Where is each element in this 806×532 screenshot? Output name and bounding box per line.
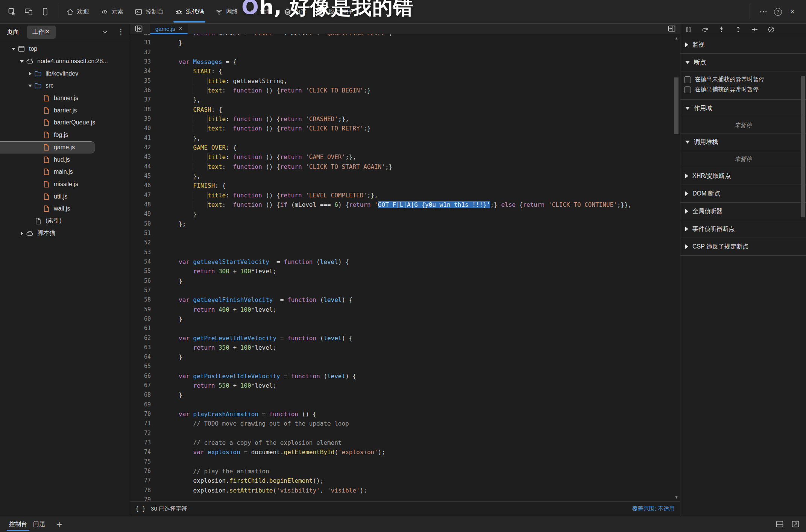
line-number[interactable]: 63 [130,343,151,352]
focus-page-icon[interactable] [41,7,50,16]
line-number[interactable]: 65 [130,362,151,371]
line-number[interactable]: 30 [130,34,151,38]
step-out-icon[interactable] [734,26,742,33]
line-number[interactable]: 57 [130,286,151,295]
add-drawer-tab-button[interactable]: + [56,518,62,530]
line-number[interactable]: 61 [130,324,151,333]
line-number[interactable]: 35 [130,76,151,86]
tree-arrow[interactable] [11,48,17,50]
line-number[interactable]: 75 [130,457,151,467]
line-number[interactable]: 56 [130,276,151,286]
tab-application[interactable]: 应用程序 [312,0,358,23]
step-icon[interactable] [751,26,759,33]
line-number[interactable]: 70 [130,409,151,419]
expanded-arrow-icon[interactable] [12,48,15,50]
toggle-navigator-icon[interactable] [134,24,143,33]
line-number[interactable]: 60 [130,314,151,324]
open-in-side-panel-icon[interactable] [667,24,676,33]
pause-on-exception-option[interactable]: 在抛出捕获的异常时暂停 [684,85,806,95]
debugger-section--[interactable]: 作用域 [680,100,806,117]
expanded-arrow-icon[interactable] [28,85,32,87]
line-number[interactable]: 45 [130,171,151,181]
tree-item-hud-js[interactable]: hud.js [0,153,130,166]
debugger-scrollbar-thumb[interactable] [801,76,805,217]
tree-item-fog-js[interactable]: fog.js [0,129,130,141]
line-number[interactable]: 50 [130,219,151,229]
tab-console[interactable]: 控制台 [129,0,169,23]
device-emulation-icon[interactable] [24,7,33,16]
line-number[interactable]: 78 [130,486,151,495]
line-number[interactable]: 38 [130,105,151,114]
tab-network[interactable]: 网络 [209,0,244,23]
line-number[interactable]: 44 [130,162,151,171]
close-tab-icon[interactable]: × [179,25,182,32]
tree-item-barrier-js[interactable]: barrier.js [0,104,130,117]
checkbox[interactable] [684,86,691,93]
collapsed-arrow-icon[interactable] [685,209,688,214]
pause-icon[interactable] [685,26,692,33]
close-button[interactable]: × [787,6,798,17]
collapsed-arrow-icon[interactable] [21,232,23,235]
tree-item-banner-js[interactable]: banner.js [0,92,130,105]
line-number[interactable]: 31 [130,38,151,47]
tree-item-missile-js[interactable]: missile.js [0,178,130,191]
code-editor[interactable]: 30 return mLevel ? 'LEVEL ' + mLevel : '… [130,34,680,502]
tree-arrow[interactable] [19,232,25,235]
expanded-arrow-icon[interactable] [685,141,690,144]
tab-memory[interactable]: 内存 [278,0,312,23]
line-number[interactable]: 71 [130,419,151,428]
line-number[interactable]: 67 [130,381,151,390]
scroll-up-icon[interactable]: ▲ [673,36,680,40]
inspect-element-icon[interactable] [8,7,17,16]
coverage-status[interactable]: 覆盖范围: 不适用 [632,505,675,512]
tree-item-game-js[interactable]: game.js [0,141,130,154]
tree-item-main-js[interactable]: main.js [0,166,130,178]
more-options-button[interactable]: ⋯ [758,6,769,17]
line-number[interactable]: 58 [130,295,151,305]
kebab-menu-icon[interactable]: ⋮ [117,27,124,36]
debugger-section--[interactable]: 监视 [680,36,806,54]
navigator-tab-workspace[interactable]: 工作区 [27,26,56,39]
editor-tab-game-js[interactable]: game.js × [150,23,188,34]
debugger-section-csp-[interactable]: CSP 违反了规定断点 [680,238,806,256]
step-into-icon[interactable] [718,26,726,33]
line-number[interactable]: 76 [130,467,151,476]
drawer-tab-console[interactable]: 控制台 [6,516,30,532]
debugger-section-xhr-[interactable]: XHR/提取断点 [680,167,806,185]
line-number[interactable]: 43 [130,152,151,162]
debugger-section--[interactable]: 全局侦听器 [680,203,806,220]
line-number[interactable]: 79 [130,495,151,502]
checkbox[interactable] [684,76,691,83]
line-number[interactable]: 53 [130,248,151,257]
line-number[interactable]: 77 [130,476,151,485]
debugger-section--[interactable]: 断点 [680,54,806,71]
line-number[interactable]: 73 [130,438,151,447]
collapsed-arrow-icon[interactable] [685,191,688,196]
line-number[interactable]: 62 [130,333,151,343]
line-number[interactable]: 42 [130,143,151,152]
scrollbar-thumb[interactable] [674,77,678,134]
tree-item--[interactable]: (索引) [0,215,130,227]
line-number[interactable]: 54 [130,257,151,267]
navigator-tab-page[interactable]: 页面 [5,26,21,38]
line-number[interactable]: 32 [130,48,151,57]
tree-item-lib-kevlindev[interactable]: lib/kevlindev [0,67,130,80]
line-number[interactable]: 51 [130,229,151,238]
debugger-section-dom-[interactable]: DOM 断点 [680,185,806,203]
expanded-arrow-icon[interactable] [685,107,690,110]
drawer-tab-issues[interactable]: 问题 [30,516,48,532]
step-over-icon[interactable] [701,26,709,33]
line-number[interactable]: 39 [130,114,151,124]
line-number[interactable]: 37 [130,95,151,105]
deactivate-breakpoints-icon[interactable] [767,26,775,33]
pause-on-exception-option[interactable]: 在抛出未捕获的异常时暂停 [684,74,806,85]
line-number[interactable]: 47 [130,191,151,200]
tree-arrow[interactable] [27,72,33,76]
line-number[interactable]: 46 [130,181,151,190]
collapsed-arrow-icon[interactable] [29,72,32,76]
line-number[interactable]: 69 [130,400,151,409]
line-number[interactable]: 34 [130,67,151,76]
tree-item-util-js[interactable]: util.js [0,190,130,203]
tree-item-top[interactable]: top [0,43,130,55]
tab-elements[interactable]: 元素 [95,0,129,23]
